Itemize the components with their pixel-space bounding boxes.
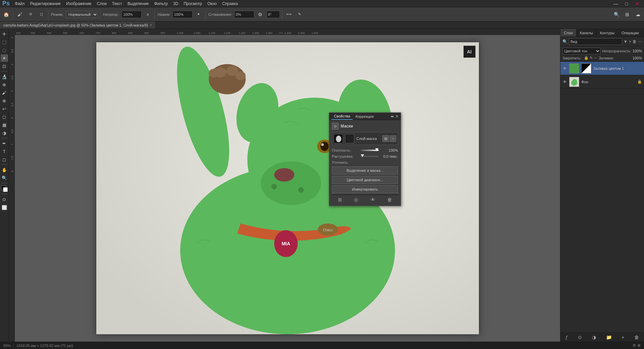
props-tab-properties[interactable]: Свойства: [331, 113, 353, 120]
menu-select[interactable]: Выделение: [125, 0, 152, 7]
layer-item-fill[interactable]: 👁 Заливка цветом 1: [560, 62, 644, 75]
density-slider[interactable]: [361, 150, 379, 151]
eyedropper-tool[interactable]: 🔬: [1, 73, 8, 80]
shape-tool[interactable]: ◻: [1, 156, 8, 163]
history-brush-left[interactable]: ↩: [1, 105, 8, 112]
props-collapse-btn[interactable]: ⬌: [391, 114, 394, 119]
props-close-btn[interactable]: ✕: [395, 114, 399, 119]
tab-layers[interactable]: Слои: [560, 29, 577, 37]
blend-mode-select[interactable]: Нормальный: [65, 11, 98, 18]
feather-handle[interactable]: [361, 154, 364, 157]
menu-file[interactable]: Файл: [12, 0, 28, 7]
lasso-tool[interactable]: ◌: [1, 46, 8, 54]
zoom-tool[interactable]: 🔍: [1, 174, 8, 182]
clone-tool[interactable]: ⊗: [1, 97, 8, 104]
flow-input[interactable]: [234, 11, 254, 18]
arrange-btn[interactable]: ⊞: [623, 10, 632, 19]
background-color[interactable]: [3, 187, 8, 192]
quick-mask-btn[interactable]: ⊙: [1, 196, 8, 203]
delete-layer-icon[interactable]: 🗑: [633, 39, 637, 44]
props-bottom-eye[interactable]: 👁: [369, 197, 377, 202]
settings-btn[interactable]: ⚙: [256, 10, 265, 19]
close-btn[interactable]: ✕: [633, 0, 642, 8]
props-mask-btn-2[interactable]: ↔: [390, 135, 396, 142]
props-mask-btn-1[interactable]: ⊞: [382, 135, 389, 142]
layer-delete-btn[interactable]: 🗑: [633, 335, 640, 340]
menu-help[interactable]: Справка: [219, 0, 241, 7]
layer-visibility-fill[interactable]: 👁: [562, 66, 567, 71]
extra-btn[interactable]: ✎: [295, 10, 304, 19]
menu-layers[interactable]: Слои: [94, 0, 109, 7]
props-bottom-grid[interactable]: ⊞: [337, 197, 343, 202]
brush-tool[interactable]: 🖌: [15, 10, 24, 19]
filter-icon[interactable]: ▼: [624, 39, 628, 44]
toolbar-sep-1: [13, 10, 13, 19]
airbrush-btn[interactable]: ✦: [194, 10, 203, 19]
layer-visibility-bg[interactable]: 👁: [562, 80, 567, 84]
layer-adj-btn[interactable]: ◑: [591, 335, 597, 340]
layer-new-btn[interactable]: +: [620, 335, 626, 340]
layer-fx-btn[interactable]: ƒ: [564, 335, 569, 340]
props-tab-correction[interactable]: Коррекция: [353, 113, 376, 120]
tabbar: camylla-battani-AoqgGAqrLpU-unsplash.jpg…: [0, 21, 644, 29]
btn-select-mask[interactable]: Выделение и маска...: [332, 166, 398, 174]
btn-color-range[interactable]: Цветовой диапазон...: [332, 176, 398, 184]
props-titlebar[interactable]: Свойства Коррекция ⬌ ✕: [329, 113, 401, 120]
layer-item-bg[interactable]: 👁 Фон 🔒: [560, 75, 644, 89]
marquee-tool[interactable]: ⬚: [1, 38, 8, 46]
tab-paths[interactable]: Контуры: [597, 29, 618, 37]
layer-blend-select[interactable]: Цветовой тон: [562, 48, 601, 54]
screen-mode-btn[interactable]: ⬜: [1, 204, 8, 211]
layer-mask-btn[interactable]: ⊙: [577, 335, 583, 340]
menu-filter[interactable]: Фильтр: [152, 0, 170, 7]
menu-view[interactable]: Просмотр: [181, 0, 205, 7]
dodge-tool[interactable]: ◑: [1, 129, 8, 137]
eraser-tool-left[interactable]: ◻: [1, 113, 8, 120]
density-handle[interactable]: [375, 148, 379, 151]
tab-channels[interactable]: Каналы: [577, 29, 597, 37]
menu-window[interactable]: Окно: [205, 0, 219, 7]
tab-close-btn[interactable]: ×: [150, 23, 152, 27]
move-tool[interactable]: ✛: [1, 30, 8, 38]
history-brush-tool[interactable]: ⟳: [26, 10, 35, 19]
props-bottom-delete[interactable]: 🗑: [386, 197, 393, 202]
tab-history[interactable]: История: [642, 29, 644, 37]
menu-text[interactable]: Текст: [109, 0, 125, 7]
home-btn[interactable]: 🏠: [1, 10, 11, 19]
angle-input[interactable]: [266, 11, 280, 18]
brush-tool-left[interactable]: 🖌: [1, 89, 8, 96]
heal-tool[interactable]: ⊕: [1, 81, 8, 88]
layer-options-icon[interactable]: ⋯: [638, 39, 642, 44]
canvas-content[interactable]: MIA Chaco: [15, 35, 560, 342]
menu-3d[interactable]: 3D: [170, 0, 181, 7]
hand-tool[interactable]: ✋: [1, 166, 8, 173]
active-tab[interactable]: camylla-battani-AoqgGAqrLpU-unsplash.jpg…: [0, 21, 156, 29]
pressure-label: Нажим:: [157, 12, 170, 16]
layers-search: 🔍 ▼ + 🗑 ⋯: [560, 37, 644, 46]
eraser-tool[interactable]: ◻: [37, 10, 46, 19]
layer-group-btn[interactable]: 📁: [605, 335, 613, 340]
gradient-tool[interactable]: ▦: [1, 121, 8, 129]
menu-image[interactable]: Изображение: [63, 0, 94, 7]
pen-tool[interactable]: ✒: [1, 140, 8, 147]
symmetry-btn[interactable]: ⟺: [284, 10, 294, 19]
search-btn[interactable]: 🔍: [612, 10, 621, 19]
maximize-btn[interactable]: □: [622, 0, 631, 8]
props-bottom-circle[interactable]: ◎: [353, 197, 359, 202]
text-tool[interactable]: T: [1, 148, 8, 155]
crop-tool[interactable]: ⊡: [1, 62, 8, 70]
cloud-btn[interactable]: ☁: [633, 10, 643, 19]
props-refine-row: Уточнить:: [332, 160, 398, 164]
menu-edit[interactable]: Редактирование: [28, 0, 63, 7]
new-layer-icon[interactable]: +: [629, 39, 631, 44]
btn-invert[interactable]: Инвертировать: [332, 185, 398, 193]
tab-operations[interactable]: Операции: [618, 29, 642, 37]
opacity-pressure-btn[interactable]: ≡: [143, 10, 152, 19]
search-icon: 🔍: [562, 39, 567, 44]
feather-slider[interactable]: [361, 156, 379, 157]
layers-search-input[interactable]: [569, 38, 622, 45]
opacity-input[interactable]: [121, 11, 142, 18]
magic-wand-tool[interactable]: ✦: [1, 54, 8, 62]
minimize-btn[interactable]: —: [611, 0, 621, 8]
pressure-input[interactable]: [172, 11, 193, 18]
